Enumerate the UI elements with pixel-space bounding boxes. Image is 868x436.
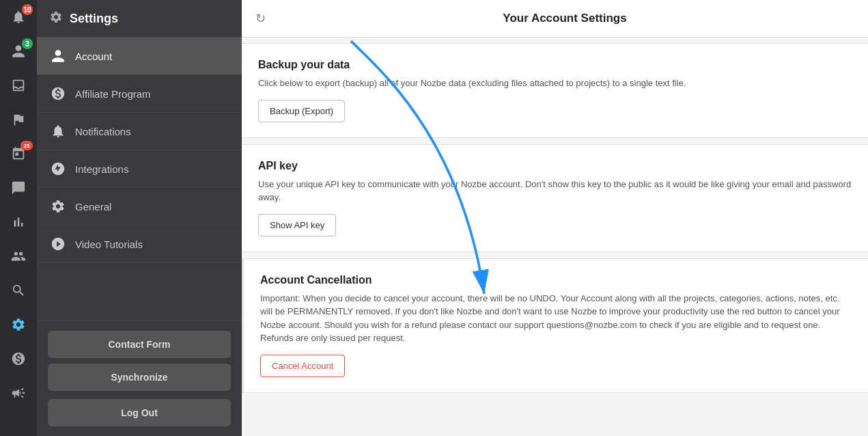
sidebar-header: Settings [37,0,242,38]
main-content-area: ↻ Your Account Settings Backup your data… [242,0,868,436]
notification-badge: 10 [22,4,33,15]
affiliate-icon [49,85,67,103]
cancellation-section-title: Account Cancellation [260,274,852,286]
sidebar-menu: Account Affiliate Program Notifications … [37,38,242,321]
icon-bar-item-team[interactable] [0,239,37,273]
api-key-section-title: API key [258,160,852,172]
sidebar-title: Settings [70,12,118,26]
general-icon [49,197,67,215]
icon-bar-item-settings[interactable] [0,308,37,342]
sidebar-item-affiliate-label: Affiliate Program [75,88,151,100]
icon-bar-item-flag[interactable] [0,103,37,137]
sidebar-item-general[interactable]: General [37,188,242,226]
icon-bar-item-notification[interactable]: 10 [0,0,37,34]
sidebar-item-account-label: Account [75,51,112,62]
sidebar-item-general-label: General [75,201,111,213]
sidebar-item-video-tutorials[interactable]: Video Tutorials [37,226,242,263]
icon-bar-item-search[interactable] [0,273,37,308]
integrations-icon [49,160,67,178]
cancellation-section: Account Cancellation Important: When you… [242,258,868,393]
icon-bar-item-chart[interactable] [0,205,37,239]
icon-bar-item-chat[interactable] [0,171,37,205]
api-key-section-desc: Use your unique API key to communicate w… [258,178,852,204]
api-key-section: API key Use your unique API key to commu… [242,144,868,252]
sidebar-footer: Contact Form Synchronize Log Out [37,321,242,436]
sidebar-item-account[interactable]: Account [37,38,242,75]
icon-bar-item-inbox[interactable] [0,68,37,103]
icon-bar: 10 3 25 [0,0,37,436]
cancellation-section-desc: Important: When you decide to cancel you… [260,292,852,345]
icon-bar-item-person[interactable]: 3 [0,34,37,68]
person-badge: 3 [22,38,33,49]
sidebar: Settings Account Affiliate Program Notif… [37,0,242,436]
contact-form-button[interactable]: Contact Form [48,331,231,358]
sidebar-item-affiliate[interactable]: Affiliate Program [37,75,242,113]
sidebar-item-integrations[interactable]: Integrations [37,150,242,188]
log-out-button[interactable]: Log Out [48,399,231,426]
icon-bar-item-money[interactable] [0,342,37,376]
refresh-icon[interactable]: ↻ [255,11,266,26]
backup-section-title: Backup your data [258,59,852,71]
icon-bar-item-megaphone[interactable] [0,376,37,410]
settings-header-icon [49,10,63,27]
main-header: ↻ Your Account Settings [242,0,868,38]
account-icon [49,47,67,65]
backup-export-button[interactable]: Backup (Export) [258,100,345,122]
backup-section-desc: Click below to export (backup) all of yo… [258,77,852,90]
main-wrapper: ↻ Your Account Settings Backup your data… [242,0,868,436]
sidebar-item-notifications[interactable]: Notifications [37,113,242,150]
show-api-key-button[interactable]: Show API key [258,214,336,236]
notifications-icon [49,122,67,140]
video-icon [49,235,67,253]
synchronize-button[interactable]: Synchronize [48,364,231,391]
cancel-account-button[interactable]: Cancel Account [260,355,345,377]
calendar-badge: 25 [20,141,33,150]
icon-bar-item-calendar[interactable]: 25 [0,137,37,171]
main-header-title: Your Account Settings [275,12,854,25]
main-scroll-area: Backup your data Click below to export (… [242,38,868,436]
sidebar-item-video-label: Video Tutorials [75,239,143,250]
sidebar-item-notifications-label: Notifications [75,126,131,137]
backup-section: Backup your data Click below to export (… [242,43,868,138]
sidebar-item-integrations-label: Integrations [75,163,128,175]
